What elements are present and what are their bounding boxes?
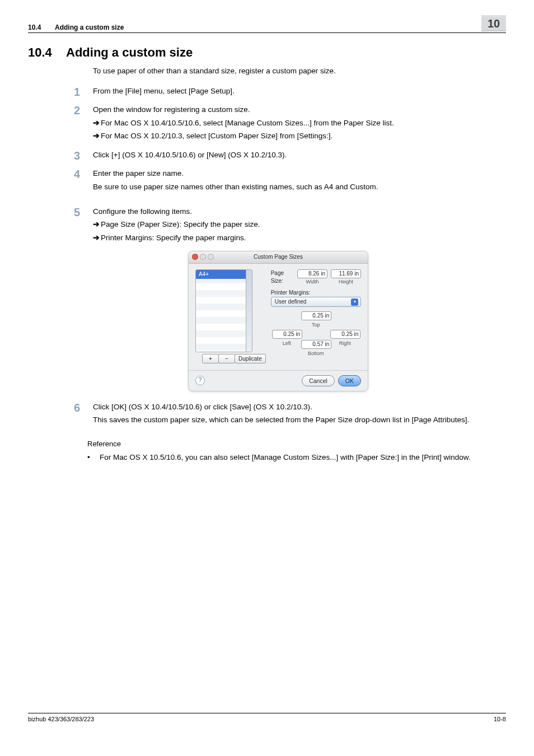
step-2: 2 Open the window for registering a cust… (93, 104, 506, 144)
step-subitem: ➔For Mac OS X 10.2/10.3, select [Custom … (103, 130, 506, 142)
step-text: Configure the following items. (93, 206, 506, 217)
width-label: Width (297, 278, 327, 286)
footer-model: bizhub 423/363/283/223 (28, 716, 94, 722)
step-text: Enter the paper size name. (93, 168, 506, 179)
left-margin-field[interactable]: 0.25 in (272, 330, 302, 339)
intro-text: To use paper of other than a standard si… (93, 66, 506, 77)
top-margin-field[interactable]: 0.25 in (301, 311, 331, 320)
page-title: 10.4 Adding a custom size (28, 45, 506, 60)
add-button[interactable]: + (202, 354, 219, 363)
step-text: Click [OK] (OS X 10.4/10.5/10.6) or clic… (93, 402, 506, 413)
title-text: Adding a custom size (66, 45, 193, 60)
duplicate-button[interactable]: Duplicate (235, 354, 266, 363)
step-number: 5 (74, 206, 93, 246)
page-footer: bizhub 423/363/283/223 10-8 (28, 713, 506, 722)
height-field[interactable]: 11.69 in (331, 269, 361, 278)
arrow-icon: ➔ (93, 219, 101, 230)
step-number: 6 (74, 402, 93, 433)
step-4: 4 Enter the paper size name. Be sure to … (93, 168, 506, 200)
window-controls[interactable] (192, 254, 214, 260)
page-header: 10.4 Adding a custom size 10 (28, 16, 506, 33)
reference-bullet: • For Mac OS X 10.5/10.6, you can also s… (87, 452, 506, 463)
step-text: Open the window for registering a custom… (93, 104, 506, 115)
printer-margins-select[interactable]: User defined ▾ (271, 297, 361, 307)
bottom-margin-field[interactable]: 0.57 in (301, 340, 331, 349)
arrow-icon: ➔ (93, 232, 101, 244)
step-text: Click [+] (OS X 10.4/10.5/10.6) or [New]… (93, 150, 506, 161)
arrow-icon: ➔ (93, 118, 101, 129)
left-label: Left (272, 340, 301, 349)
title-number: 10.4 (28, 45, 66, 60)
step-5: 5 Configure the following items. ➔Page S… (93, 206, 506, 246)
reference-heading: Reference (87, 439, 506, 450)
sizes-list[interactable]: A4+ (195, 269, 252, 352)
chevron-down-icon: ▾ (351, 298, 358, 306)
step-text: From the [File] menu, select [Page Setup… (93, 86, 506, 97)
ok-button[interactable]: OK (338, 375, 361, 386)
bullet-icon: • (87, 452, 100, 463)
window-titlebar: Custom Page Sizes (189, 251, 368, 264)
chapter-number-box: 10 (481, 16, 506, 31)
reference-text: For Mac OS X 10.5/10.6, you can also sel… (100, 452, 506, 463)
list-item-selected[interactable]: A4+ (196, 270, 252, 279)
step-subitem: ➔Page Size (Paper Size): Specify the pap… (103, 219, 506, 230)
right-margin-field[interactable]: 0.25 in (330, 330, 360, 339)
top-label: Top (301, 321, 330, 329)
height-label: Height (331, 278, 361, 286)
close-icon[interactable] (192, 254, 198, 260)
scrollbar[interactable] (246, 270, 252, 352)
step-6: 6 Click [OK] (OS X 10.4/10.5/10.6) or cl… (93, 402, 506, 433)
remove-button[interactable]: − (218, 354, 235, 363)
step-number: 1 (74, 86, 93, 99)
page-size-label: Page Size: (271, 269, 294, 286)
header-section-number: 10.4 (28, 24, 55, 31)
window-title: Custom Page Sizes (254, 254, 303, 260)
footer-page: 10-8 (494, 716, 506, 722)
header-section-title: Adding a custom size (55, 24, 481, 31)
cancel-button[interactable]: Cancel (302, 375, 335, 386)
arrow-icon: ➔ (93, 130, 101, 142)
right-label: Right (330, 340, 359, 349)
step-subitem: ➔Printer Margins: Specify the paper marg… (103, 232, 506, 244)
width-field[interactable]: 8.26 in (297, 269, 327, 278)
minimize-icon (200, 254, 206, 260)
bottom-label: Bottom (301, 350, 330, 357)
zoom-icon (208, 254, 214, 260)
step-note: Be sure to use paper size names other th… (93, 181, 506, 193)
screenshot-dialog: Custom Page Sizes A4+ + − Duplicate (188, 251, 368, 391)
step-note: This saves the custom paper size, which … (93, 414, 506, 426)
step-3: 3 Click [+] (OS X 10.4/10.5/10.6) or [Ne… (93, 150, 506, 163)
step-number: 3 (74, 150, 93, 163)
step-1: 1 From the [File] menu, select [Page Set… (93, 86, 506, 99)
step-subitem: ➔For Mac OS X 10.4/10.5/10.6, select [Ma… (103, 118, 506, 129)
help-button[interactable]: ? (195, 376, 205, 385)
step-number: 2 (74, 104, 93, 144)
printer-margins-label: Printer Margins: (271, 289, 361, 297)
step-number: 4 (74, 168, 93, 200)
